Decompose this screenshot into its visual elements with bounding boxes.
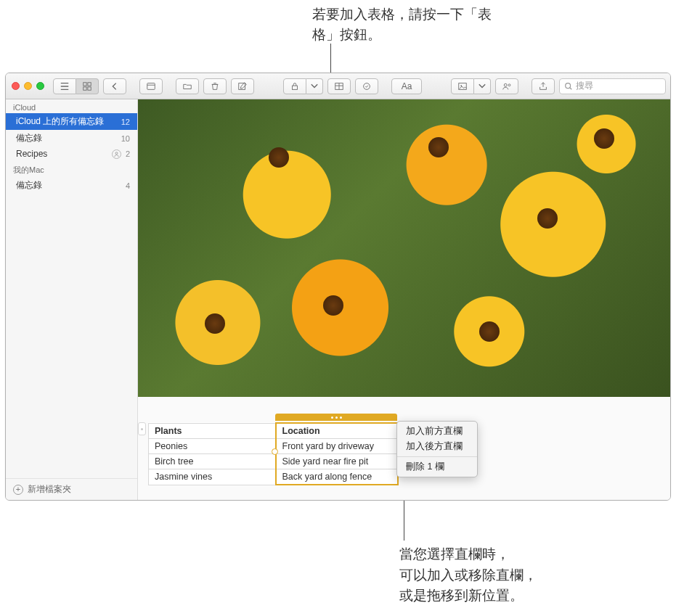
sidebar-item-label: 備忘錄: [16, 179, 42, 192]
checklist-icon: [362, 81, 372, 91]
lock-menu-button[interactable]: [306, 78, 323, 94]
checklist-button[interactable]: [355, 78, 378, 94]
search-field[interactable]: 搜尋: [559, 78, 666, 94]
new-note-button[interactable]: [231, 78, 254, 94]
sidebar-item-label: iCloud 上的所有備忘錄: [16, 115, 104, 128]
sidebar-item-count: 12: [121, 118, 130, 126]
back-button[interactable]: [103, 78, 126, 94]
svg-rect-3: [88, 86, 91, 89]
sidebar-group-mymac: 我的Mac: [6, 161, 137, 177]
table-row: Jasmine vines Back yard along fence: [149, 469, 398, 485]
close-window-button[interactable]: [12, 82, 20, 90]
svg-rect-2: [84, 86, 86, 89]
zoom-window-button[interactable]: [36, 82, 44, 90]
folder-icon: [182, 81, 192, 91]
delete-button[interactable]: [203, 78, 227, 94]
add-people-icon: [502, 81, 512, 91]
plus-circle-icon: +: [13, 485, 23, 495]
table-button[interactable]: [327, 78, 351, 94]
svg-rect-1: [88, 82, 91, 85]
media-button[interactable]: [451, 78, 474, 94]
help-callout-bottom: 當您選擇直欄時， 可以加入或移除直欄， 或是拖移到新位置。: [399, 544, 617, 607]
note-content-area: Plants Location Peonies Front yard by dr…: [138, 99, 670, 500]
grid-icon: [82, 81, 92, 91]
callout-line: 當您選擇直欄時，: [399, 544, 617, 565]
sidebar-item-label: Recipes: [16, 149, 47, 159]
toolbar: Aa 搜尋: [6, 73, 670, 99]
svg-point-12: [508, 83, 510, 86]
svg-rect-6: [293, 86, 298, 89]
sidebar-item-label: 備忘錄: [16, 132, 42, 144]
menu-item-delete-column[interactable]: 刪除 1 欄: [397, 459, 477, 475]
share-icon: [538, 81, 548, 91]
table-icon: [334, 81, 344, 91]
lock-button[interactable]: [283, 78, 306, 94]
new-folder-button[interactable]: + 新增檔案夾: [6, 478, 137, 500]
new-folder-label: 新增檔案夾: [28, 483, 71, 496]
table-cell[interactable]: Front yard by driveway: [276, 439, 398, 454]
share-button[interactable]: [532, 78, 555, 94]
svg-point-13: [566, 83, 571, 88]
note-table[interactable]: Plants Location Peonies Front yard by dr…: [148, 422, 399, 485]
lock-icon: [290, 81, 300, 91]
sidebar-item-notes[interactable]: 備忘錄 10: [6, 130, 137, 147]
format-icon: Aa: [402, 81, 412, 91]
table-cell[interactable]: Jasmine vines: [149, 469, 276, 485]
sidebar-item-count: 2: [126, 149, 130, 158]
svg-point-8: [364, 83, 370, 89]
sidebar-item-local-notes[interactable]: 備忘錄 4: [6, 177, 137, 194]
table-column-handle[interactable]: [275, 414, 397, 421]
trash-icon: [210, 81, 220, 91]
sidebar-group-icloud: iCloud: [6, 99, 137, 113]
search-placeholder: 搜尋: [576, 80, 593, 92]
window-controls: [12, 82, 44, 90]
table-header-cell[interactable]: Location: [276, 423, 398, 439]
menu-item-add-column-after[interactable]: 加入後方直欄: [397, 439, 477, 454]
sidebar-item-count: 10: [121, 134, 130, 143]
callout-leader-line: [330, 44, 331, 73]
column-resize-handle[interactable]: [272, 448, 278, 455]
list-icon: [60, 81, 70, 91]
sidebar: iCloud iCloud 上的所有備忘錄 12 備忘錄 10 Recipes …: [6, 99, 138, 500]
chevron-down-icon: [477, 81, 487, 91]
callout-leader-line: [404, 501, 404, 541]
format-button[interactable]: Aa: [391, 78, 422, 94]
table-row-handle[interactable]: [138, 422, 146, 435]
table-cell[interactable]: Birch tree: [149, 454, 276, 469]
callout-line: 或是拖移到新位置。: [399, 586, 617, 607]
table-row: Birch tree Side yard near fire pit: [149, 454, 398, 469]
view-mode-segment: [53, 78, 99, 94]
minimize-window-button[interactable]: [24, 82, 32, 90]
photo-icon: [457, 81, 468, 91]
shared-folder-icon: [112, 149, 121, 159]
menu-separator: [397, 456, 477, 457]
search-icon: [564, 82, 573, 91]
svg-rect-4: [147, 83, 155, 89]
note-image: [138, 99, 670, 397]
attachments-icon: [146, 81, 156, 91]
chevron-down-icon: [309, 81, 319, 91]
folder-button[interactable]: [176, 78, 199, 94]
svg-rect-0: [84, 82, 86, 85]
collaborate-button[interactable]: [495, 78, 518, 94]
gallery-view-button[interactable]: [76, 78, 99, 94]
table-header-cell[interactable]: Plants: [149, 423, 276, 439]
attachments-button[interactable]: [139, 78, 163, 94]
media-menu-button[interactable]: [474, 78, 491, 94]
sidebar-item-count: 4: [126, 181, 130, 190]
sidebar-item-all-icloud[interactable]: iCloud 上的所有備忘錄 12: [6, 113, 137, 130]
table-cell[interactable]: Peonies: [149, 439, 276, 454]
compose-icon: [237, 81, 248, 91]
chevron-left-icon: [110, 81, 120, 91]
help-callout-top: 若要加入表格，請按一下「表格」按鈕。: [312, 4, 501, 44]
table-cell[interactable]: Side yard near fire pit: [276, 454, 398, 469]
list-view-button[interactable]: [53, 78, 76, 94]
sidebar-item-recipes[interactable]: Recipes 2: [6, 147, 137, 161]
table-cell[interactable]: Back yard along fence: [276, 469, 398, 485]
menu-item-add-column-before[interactable]: 加入前方直欄: [397, 424, 477, 439]
svg-point-11: [504, 83, 507, 86]
notes-window: Aa 搜尋 iCloud iCloud 上的所有備忘錄: [5, 73, 671, 501]
callout-line: 可以加入或移除直欄，: [399, 565, 617, 586]
column-context-menu: 加入前方直欄 加入後方直欄 刪除 1 欄: [396, 421, 478, 477]
svg-point-14: [115, 152, 118, 154]
